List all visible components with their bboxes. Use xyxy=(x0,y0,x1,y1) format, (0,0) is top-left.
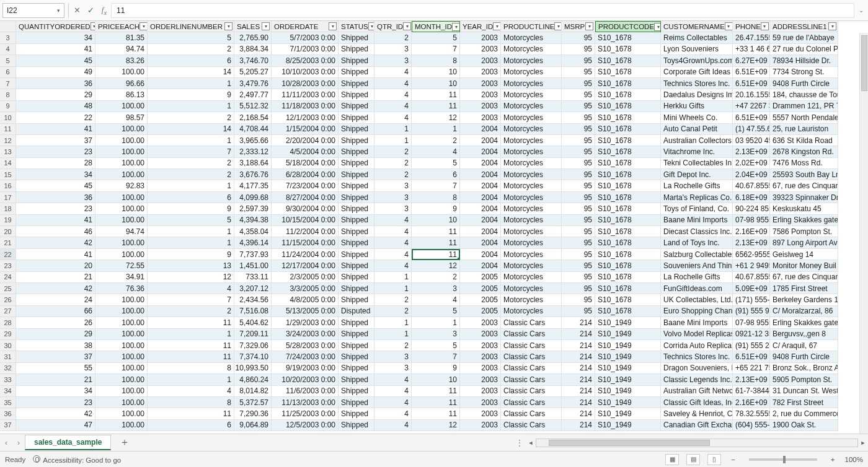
cell[interactable]: 5,205.27 xyxy=(234,67,272,78)
cell[interactable]: 95 xyxy=(562,215,595,226)
cell[interactable]: 6.18E+09 xyxy=(733,192,770,203)
cell[interactable]: 4/8/2005 0:00 xyxy=(272,294,339,305)
cell[interactable]: 7586 Pompton St. xyxy=(770,226,838,237)
cell[interactable]: 1/15/2004 0:00 xyxy=(272,124,339,135)
cell[interactable]: 2004 xyxy=(460,249,501,260)
cell[interactable]: 1 xyxy=(148,135,234,146)
cell[interactable]: 96.66 xyxy=(95,78,148,89)
cell[interactable]: 4 xyxy=(412,146,460,157)
row-header[interactable]: 15 xyxy=(0,169,16,180)
cell[interactable]: S10_1678 xyxy=(595,215,661,226)
cell[interactable]: 214 xyxy=(562,386,595,397)
cell[interactable]: 95 xyxy=(562,67,595,78)
cell[interactable]: 100.00 xyxy=(95,363,148,374)
cell[interactable]: 98.57 xyxy=(95,112,148,123)
row-header[interactable]: 12 xyxy=(0,135,16,146)
cell[interactable]: Classic Cars xyxy=(501,374,562,385)
row-header[interactable]: 18 xyxy=(0,203,16,214)
cell[interactable]: 897 Long Airport Ave xyxy=(770,237,838,248)
cell[interactable]: 1 xyxy=(148,101,234,112)
cell[interactable]: UK Collectables, Ltd. xyxy=(661,294,733,305)
cell[interactable]: Drammen 121, PR 74 xyxy=(770,101,838,112)
cell[interactable]: 31 Duncan St. West E xyxy=(770,386,838,397)
cell[interactable]: 3,188.64 xyxy=(234,158,272,169)
cell[interactable]: Toys4GrownUps.com xyxy=(661,55,733,66)
cell[interactable]: 9/30/2004 0:00 xyxy=(272,203,339,214)
filter-dropdown-icon[interactable]: ▾ xyxy=(761,22,769,30)
filter-dropdown-icon[interactable]: ▾ xyxy=(262,22,270,30)
cell[interactable]: 7,374.10 xyxy=(234,351,272,362)
cell[interactable]: C/ Moralzarzal, 86 xyxy=(770,306,838,317)
column-header-month[interactable]: MONTH_ID▾ xyxy=(412,21,460,32)
cell[interactable]: 23 xyxy=(16,203,95,214)
row-header[interactable]: 31 xyxy=(0,351,16,362)
cell[interactable]: 2004 xyxy=(460,180,501,191)
cell[interactable]: 2004 xyxy=(460,260,501,271)
cell[interactable]: 2/20/2004 0:00 xyxy=(272,135,339,146)
cell[interactable]: Shipped xyxy=(339,55,374,66)
cell[interactable]: 46 xyxy=(16,226,95,237)
cell[interactable]: 1 xyxy=(374,317,412,328)
zoom-in-icon[interactable]: + xyxy=(828,456,838,463)
cell[interactable]: 6.51E+09 xyxy=(733,112,770,123)
chevron-down-icon[interactable]: ▾ xyxy=(57,7,60,14)
cell[interactable]: 36 xyxy=(16,192,95,203)
cell[interactable]: 95 xyxy=(562,180,595,191)
cell[interactable]: 100.00 xyxy=(95,215,148,226)
cell[interactable]: 2003 xyxy=(460,317,501,328)
cell[interactable]: Motorcycles xyxy=(501,112,562,123)
cell[interactable]: 1 xyxy=(374,272,412,283)
cell[interactable]: 1 xyxy=(374,135,412,146)
cell[interactable]: Shipped xyxy=(339,351,374,362)
cell[interactable]: 2,497.77 xyxy=(234,89,272,100)
cell[interactable]: 55 xyxy=(16,363,95,374)
cell[interactable]: Shipped xyxy=(339,135,374,146)
cell[interactable]: S10_1678 xyxy=(595,203,661,214)
cell[interactable]: 4 xyxy=(374,226,412,237)
cell[interactable]: 214 xyxy=(562,420,595,431)
filter-dropdown-icon[interactable]: ▾ xyxy=(329,22,337,30)
cell[interactable]: Classic Cars xyxy=(501,397,562,408)
cell[interactable]: 10,993.50 xyxy=(234,363,272,374)
cell[interactable]: 29 xyxy=(16,329,95,340)
tab-nav-next-icon[interactable]: › xyxy=(12,439,25,447)
cell[interactable]: 95 xyxy=(562,101,595,112)
cell[interactable]: 2678 Kingston Rd. xyxy=(770,146,838,157)
cell[interactable]: 2004 xyxy=(460,226,501,237)
cell[interactable]: 5/7/2003 0:00 xyxy=(272,32,339,43)
column-header-date[interactable]: ORDERDATE▾ xyxy=(272,21,339,32)
view-normal-icon[interactable]: ▦ xyxy=(665,454,679,465)
cell[interactable]: Shipped xyxy=(339,146,374,157)
cell[interactable]: S10_1678 xyxy=(595,272,661,283)
cell[interactable]: +33 1 46 62 xyxy=(733,44,770,55)
cell[interactable]: 66 xyxy=(16,306,95,317)
cell[interactable]: 2 xyxy=(374,340,412,351)
cell[interactable]: 1 xyxy=(374,283,412,294)
cell[interactable]: 11/24/2004 0:00 xyxy=(272,249,339,260)
cell[interactable]: Shipped xyxy=(339,272,374,283)
column-header-status[interactable]: STATUS▾ xyxy=(339,21,374,32)
row-header[interactable]: 10 xyxy=(0,112,16,123)
cell[interactable]: 2005 xyxy=(460,283,501,294)
cell[interactable]: 636 St Kilda Road xyxy=(770,135,838,146)
filter-dropdown-icon[interactable]: ▾ xyxy=(224,22,232,30)
cell[interactable]: S10_1949 xyxy=(595,329,661,340)
cell[interactable]: 11/18/2003 0:00 xyxy=(272,101,339,112)
accessibility-status[interactable]: Accessibility: Good to go xyxy=(33,455,121,464)
cell[interactable]: Berguvsv,,gen 8 xyxy=(770,329,838,340)
formula-input[interactable]: 11 xyxy=(111,3,854,18)
cell[interactable]: C/ Araquil, 67 xyxy=(770,340,838,351)
cell[interactable]: Motorcycles xyxy=(501,272,562,283)
cell[interactable]: 11 xyxy=(148,351,234,362)
cell[interactable]: (171) 555-2 xyxy=(733,294,770,305)
cell[interactable]: 5/13/2005 0:00 xyxy=(272,306,339,317)
cell[interactable]: Classic Gift Ideas, Inc xyxy=(661,397,733,408)
cell[interactable]: 95 xyxy=(562,226,595,237)
cell[interactable]: Classic Cars xyxy=(501,363,562,374)
cell[interactable]: 3,479.76 xyxy=(234,78,272,89)
cell[interactable]: 9 xyxy=(412,203,460,214)
cell[interactable]: Shipped xyxy=(339,192,374,203)
cell[interactable]: 40.67.8555 xyxy=(733,180,770,191)
cell[interactable]: 2004 xyxy=(460,124,501,135)
cell[interactable]: Disputed xyxy=(339,306,374,317)
